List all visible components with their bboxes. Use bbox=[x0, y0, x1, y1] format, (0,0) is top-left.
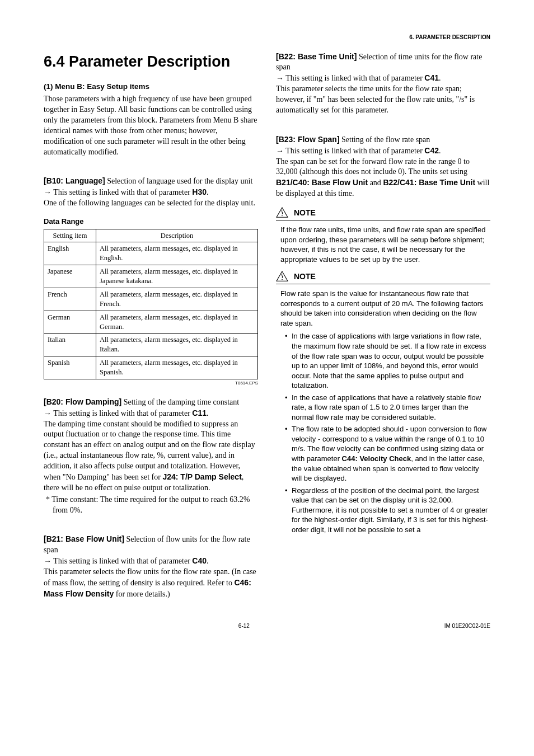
b22-link: → This setting is linked with that of pa… bbox=[276, 73, 490, 84]
two-column-layout: 6.4 Parameter Description (1) Menu B: Ea… bbox=[44, 51, 490, 608]
note-head: NOTE bbox=[276, 271, 490, 282]
b23-code1: B21/C40: Base Flow Unit bbox=[276, 178, 368, 187]
cell-val: All parameters, alarm messages, etc. dis… bbox=[96, 242, 258, 265]
b20-body-code: J24: T/P Damp Select bbox=[162, 472, 241, 481]
cell-val: All parameters, alarm messages, etc. dis… bbox=[96, 288, 258, 311]
b20-link-code: C11 bbox=[192, 408, 207, 417]
b20-after: Setting of the damping time constant bbox=[121, 398, 239, 406]
b10-label: [B10: Language] bbox=[44, 176, 105, 185]
cell-key: French bbox=[44, 288, 96, 311]
cell-key: English bbox=[44, 242, 96, 265]
b21-link-pre: → This setting is linked with that of pa… bbox=[44, 557, 192, 565]
b10-heading: [B10: Language] Selection of language us… bbox=[44, 176, 258, 187]
b20-link-pre: → This setting is linked with that of pa… bbox=[44, 409, 192, 417]
b20-body: The damping time constant should be modi… bbox=[44, 419, 258, 494]
b10-link: → This setting is linked with that of pa… bbox=[44, 187, 258, 198]
cell-val: All parameters, alarm messages, etc. dis… bbox=[96, 334, 258, 356]
section-title: 6.4 Parameter Description bbox=[44, 51, 258, 72]
b10-link-code: H30 bbox=[192, 187, 207, 196]
cell-val: All parameters, alarm messages, etc. dis… bbox=[96, 265, 258, 288]
table-row: ItalianAll parameters, alarm messages, e… bbox=[44, 334, 258, 356]
menu-b-body: Those parameters with a high frequency o… bbox=[44, 94, 258, 157]
b20-heading: [B20: Flow Damping] Setting of the dampi… bbox=[44, 397, 258, 408]
note2-bullets: In the case of applications with large v… bbox=[280, 331, 490, 534]
right-column: [B22: Base Time Unit] Selection of time … bbox=[276, 51, 490, 608]
page-footer: 6-12 IM 01E20C02-01E bbox=[44, 622, 490, 630]
note-body: Flow rate span is the value for instanta… bbox=[276, 289, 490, 534]
b22-body: This parameter selects the time units fo… bbox=[276, 84, 490, 116]
b21-label: [B21: Base Flow Unit] bbox=[44, 534, 124, 543]
note-label: NOTE bbox=[294, 271, 316, 282]
b20-link: → This setting is linked with that of pa… bbox=[44, 408, 258, 419]
note-icon bbox=[276, 271, 288, 282]
table-row: FrenchAll parameters, alarm messages, et… bbox=[44, 288, 258, 311]
b21-link-code: C40 bbox=[192, 556, 207, 565]
table-row: EnglishAll parameters, alarm messages, e… bbox=[44, 242, 258, 265]
b23-heading: [B23: Flow Span] Setting of the flow rat… bbox=[276, 134, 490, 145]
cell-val: All parameters, alarm messages, etc. dis… bbox=[96, 311, 258, 334]
cell-key: Spanish bbox=[44, 356, 96, 379]
page-header-breadcrumb: 6. PARAMETER DESCRIPTION bbox=[44, 34, 490, 41]
b21-heading: [B21: Base Flow Unit] Selection of flow … bbox=[44, 534, 258, 556]
b21-link: → This setting is linked with that of pa… bbox=[44, 556, 258, 567]
b23-code2: B22/C41: Base Time Unit bbox=[383, 178, 475, 187]
b23-body-a: The span can be set for the forward flow… bbox=[276, 157, 470, 176]
left-column: 6.4 Parameter Description (1) Menu B: Ea… bbox=[44, 51, 258, 608]
svg-point-1 bbox=[282, 215, 283, 217]
b10-link-pre: → This setting is linked with that of pa… bbox=[44, 188, 192, 196]
note-block-2: NOTE Flow rate span is the value for ins… bbox=[276, 271, 490, 534]
table-row: SpanishAll parameters, alarm messages, e… bbox=[44, 356, 258, 379]
b20-footnote: * Time constant: The time required for t… bbox=[44, 495, 258, 516]
note-divider bbox=[276, 284, 490, 284]
note-block-1: NOTE If the flow rate units, time units,… bbox=[276, 207, 490, 264]
language-table: Setting item Description EnglishAll para… bbox=[44, 229, 258, 379]
svg-point-3 bbox=[282, 279, 283, 280]
b23-link: → This setting is linked with that of pa… bbox=[276, 145, 490, 157]
b20-label: [B20: Flow Damping] bbox=[44, 397, 121, 406]
list-item: Regardless of the position of the decima… bbox=[285, 486, 490, 535]
b10-body: One of the following languages can be se… bbox=[44, 198, 258, 209]
data-range-label: Data Range bbox=[44, 217, 258, 227]
b23-label: [B23: Flow Span] bbox=[276, 135, 340, 144]
page-number: 6-12 bbox=[238, 622, 250, 630]
b21-body-a: This parameter selects the flow units fo… bbox=[44, 567, 256, 587]
bullet3-code: C44: Velocity Check bbox=[342, 454, 411, 463]
table-header-row: Setting item Description bbox=[44, 229, 258, 242]
b22-label: [B22: Base Time Unit] bbox=[276, 52, 357, 61]
b10-after: Selection of language used for the displ… bbox=[105, 177, 253, 185]
b21-body: This parameter selects the flow units fo… bbox=[44, 567, 258, 600]
cell-key: German bbox=[44, 311, 96, 334]
list-item: The flow rate to be adopted should - upo… bbox=[285, 424, 490, 483]
note-body: If the flow rate units, time units, and … bbox=[276, 225, 490, 264]
b22-link-code: C41 bbox=[424, 73, 439, 82]
cell-val: All parameters, alarm messages, etc. dis… bbox=[96, 356, 258, 379]
list-item: In the case of applications with large v… bbox=[285, 331, 490, 390]
note-label: NOTE bbox=[294, 208, 316, 218]
b23-after: Setting of the flow rate span bbox=[340, 135, 430, 144]
note-divider bbox=[276, 220, 490, 220]
b23-link-pre: → This setting is linked with that of pa… bbox=[276, 147, 424, 155]
table-row: JapaneseAll parameters, alarm messages, … bbox=[44, 265, 258, 288]
note2-lead: Flow rate span is the value for instanta… bbox=[280, 289, 484, 327]
b23-mid: and bbox=[368, 179, 383, 187]
table-row: GermanAll parameters, alarm messages, et… bbox=[44, 311, 258, 334]
th-description: Description bbox=[96, 229, 258, 242]
b21-body-b: for more details.) bbox=[114, 590, 170, 598]
b22-heading: [B22: Base Time Unit] Selection of time … bbox=[276, 51, 490, 73]
b22-link-pre: → This setting is linked with that of pa… bbox=[276, 74, 424, 82]
cell-key: Italian bbox=[44, 334, 96, 356]
note-icon bbox=[276, 207, 288, 218]
th-setting-item: Setting item bbox=[44, 229, 96, 242]
b23-link-code: C42 bbox=[424, 146, 439, 155]
list-item: In the case of applications that have a … bbox=[285, 393, 490, 422]
menu-b-heading: (1) Menu B: Easy Setup items bbox=[44, 82, 258, 92]
table-footnote: T0614.EPS bbox=[44, 381, 258, 387]
b23-body: The span can be set for the forward flow… bbox=[276, 157, 490, 200]
doc-id: IM 01E20C02-01E bbox=[444, 622, 490, 630]
note-head: NOTE bbox=[276, 207, 490, 218]
cell-key: Japanese bbox=[44, 265, 96, 288]
